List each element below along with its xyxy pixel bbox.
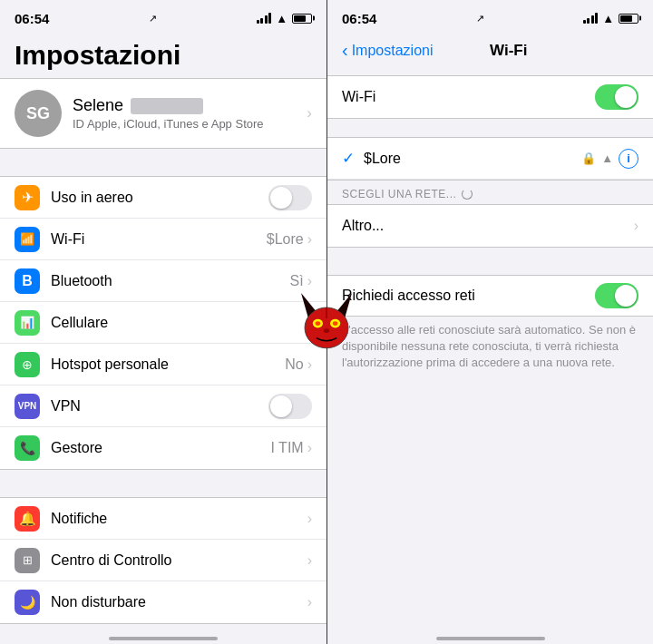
wifi-content: Wi-Fi ✓ $Lore 🔒 ▲ i SCEGLI UNA RETE... [327,68,653,626]
altro-section: Altro... › [327,204,653,248]
wifi-toggle-label: Wi-Fi [342,89,595,105]
cellulare-chevron: › [307,315,312,331]
wifi-icon-row: 📶 [15,227,40,252]
right-panel: 06:54 ↗ ▲ ‹ Impostazioni Wi-Fi Wi-Fi [326,0,653,644]
bluetooth-icon: B [15,268,40,294]
settings-content: SG Selene ID Apple, iCloud, iTunes e App… [0,78,326,626]
settings-group-1-inner: ✈ Uso in aereo 📶 Wi-Fi $Lore › B Bluet [0,176,326,470]
centro-label: Centro di Controllo [51,552,307,569]
battery-icon-left [292,14,312,24]
settings-row-wifi[interactable]: 📶 Wi-Fi $Lore › [0,219,326,260]
wifi-chevron: › [307,231,312,248]
wifi-toggle-row[interactable]: Wi-Fi [327,76,653,118]
signal-icon-left [257,13,272,24]
scegli-header: SCEGLI UNA RETE... [327,181,653,204]
settings-row-centro[interactable]: ⊞ Centro di Controllo › [0,540,326,581]
page-title-area: Impostazioni [0,33,326,78]
airplane-toggle[interactable] [268,185,312,210]
cellulare-icon: 📊 [15,310,40,336]
hotspot-value: No [285,356,303,373]
accesso-row[interactable]: Richiedi accesso reti [327,275,653,317]
left-panel: 06:54 ↗ ▲ Impostazioni SG Selene [0,0,326,644]
settings-row-gestore[interactable]: 📞 Gestore I TIM › [0,427,326,469]
gestore-value: I TIM [271,440,304,456]
wifi-toggle-section: Wi-Fi [327,75,653,119]
lock-icon: 🔒 [581,151,596,165]
network-check-icon: ✓ [342,149,355,168]
settings-row-non-disturbare[interactable]: 🌙 Non disturbare › [0,581,326,623]
status-bar-left: 06:54 ↗ ▲ [0,0,326,33]
accesso-label: Richiedi accesso reti [342,288,595,304]
status-icons-right: ▲ [583,12,638,25]
profile-name: Selene [73,96,296,115]
vpn-toggle[interactable] [268,394,312,419]
settings-group-2: 🔔 Notifiche › ⊞ Centro di Controllo › 🌙 … [0,497,326,624]
altro-chevron: › [634,218,638,234]
location-icon-left: ↗ [149,13,157,24]
airplane-label: Uso in aereo [51,190,268,206]
info-button[interactable]: i [619,149,638,169]
settings-group-1: ✈ Uso in aereo 📶 Wi-Fi $Lore › B Bluet [0,176,326,470]
network-name: $Lore [364,151,581,167]
bluetooth-value: Sì [290,273,304,289]
scegli-label: SCEGLI UNA RETE... [342,188,456,200]
wifi-status-icon-left: ▲ [276,12,288,25]
bottom-bar-left [0,626,326,644]
status-time-right: 06:54 [342,11,376,26]
profile-row[interactable]: SG Selene ID Apple, iCloud, iTunes e App… [0,79,326,148]
non-disturbare-icon: 🌙 [15,590,40,615]
centro-icon: ⊞ [15,548,40,573]
profile-section[interactable]: SG Selene ID Apple, iCloud, iTunes e App… [0,78,326,149]
bluetooth-chevron: › [307,273,312,289]
accesso-description: L'accesso alle reti conosciute sarà auto… [327,317,653,383]
home-indicator-right [436,637,545,640]
status-bar-right: 06:54 ↗ ▲ [327,0,653,33]
back-label: Impostazioni [352,43,434,59]
settings-row-cellulare[interactable]: 📊 Cellulare › [0,302,326,344]
home-indicator-left [109,637,218,640]
back-button[interactable]: ‹ Impostazioni [342,40,434,61]
settings-row-airplane[interactable]: ✈ Uso in aereo [0,177,326,219]
page-title: Impostazioni [15,40,312,71]
vpn-label: VPN [51,398,268,415]
notifiche-chevron: › [307,511,312,527]
profile-subtitle: ID Apple, iCloud, iTunes e App Store [73,117,296,131]
non-disturbare-label: Non disturbare [51,594,307,610]
network-row-connected[interactable]: ✓ $Lore 🔒 ▲ i [327,138,653,180]
avatar: SG [15,90,62,137]
signal-icon-right [583,13,599,24]
wifi-strength-icon: ▲ [601,151,613,165]
profile-info: Selene ID Apple, iCloud, iTunes e App St… [73,96,296,131]
wifi-status-icon-right: ▲ [602,12,614,25]
accesso-toggle[interactable] [595,283,638,308]
loading-spinner [462,189,473,200]
wifi-label: Wi-Fi [51,231,267,248]
back-chevron-icon: ‹ [342,40,348,61]
wifi-value: $Lore [267,231,304,248]
wifi-page-title: Wi-Fi [490,42,527,60]
cellulare-label: Cellulare [51,315,307,331]
settings-group-2-inner: 🔔 Notifiche › ⊞ Centro di Controllo › 🌙 … [0,497,326,624]
settings-row-bluetooth[interactable]: B Bluetooth Sì › [0,260,326,302]
altro-label: Altro... [342,218,634,234]
bluetooth-label: Bluetooth [51,273,290,289]
wifi-toggle[interactable] [595,84,638,110]
centro-chevron: › [307,552,312,569]
hotspot-label: Hotspot personale [51,356,285,373]
settings-row-notifiche[interactable]: 🔔 Notifiche › [0,498,326,540]
wifi-nav-header: ‹ Impostazioni Wi-Fi [327,33,653,68]
notifiche-label: Notifiche [51,511,307,527]
airplane-icon: ✈ [15,185,40,210]
settings-row-hotspot[interactable]: ⊕ Hotspot personale No › [0,344,326,385]
gestore-icon: 📞 [15,435,40,461]
connected-network-section: ✓ $Lore 🔒 ▲ i [327,137,653,181]
gestore-chevron: › [307,440,312,456]
status-icons-left: ▲ [257,12,312,25]
hotspot-icon: ⊕ [15,352,40,377]
accesso-section: Richiedi accesso reti L'accesso alle ret… [327,275,653,383]
non-disturbare-chevron: › [307,594,312,610]
notifiche-icon: 🔔 [15,506,40,532]
altro-row[interactable]: Altro... › [327,205,653,247]
settings-row-vpn[interactable]: VPN VPN [0,385,326,427]
profile-chevron: › [307,104,312,122]
